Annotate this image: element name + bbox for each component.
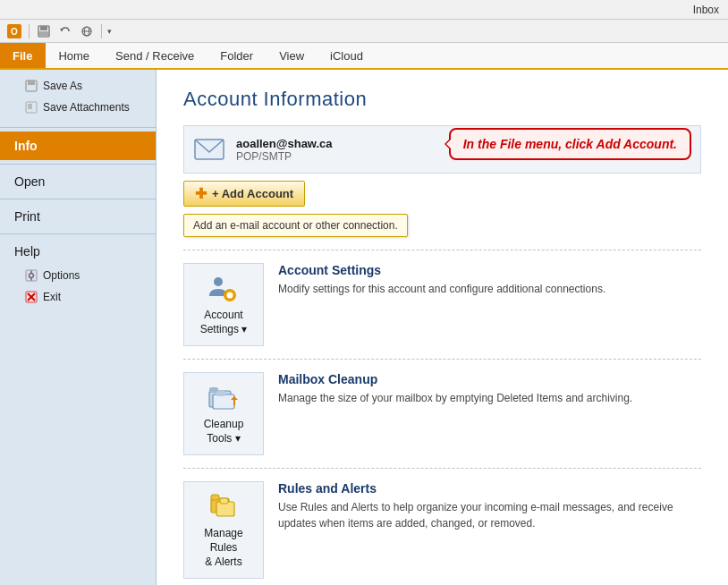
rules-alerts-label: Manage Rules & Alerts xyxy=(190,527,258,569)
sidebar-item-exit[interactable]: Exit xyxy=(0,286,156,308)
cleanup-tools-section: Cleanup Tools ▾ Mailbox Cleanup Manage t… xyxy=(183,359,701,468)
account-type: POP/SMTP xyxy=(236,150,333,163)
sidebar-divider-3 xyxy=(0,199,156,199)
ribbon: File Home Send / Receive Folder View iCl… xyxy=(0,43,728,70)
title-bar: Inbox xyxy=(0,0,728,20)
main-layout: Save As Save Attachments Info Open Print… xyxy=(0,70,728,585)
svg-rect-37 xyxy=(220,498,228,504)
web-button[interactable] xyxy=(78,22,96,40)
account-settings-text: Account Settings Modify settings for thi… xyxy=(278,263,701,297)
svg-point-21 xyxy=(214,277,223,286)
account-email: aoallen@shaw.ca xyxy=(236,137,333,150)
svg-text:O: O xyxy=(11,27,18,37)
account-settings-button[interactable]: Account Settings ▾ xyxy=(183,263,264,346)
svg-rect-3 xyxy=(40,26,47,30)
quick-access-toolbar: O ▾ xyxy=(0,20,728,43)
toolbar-separator-2 xyxy=(101,24,102,38)
plus-icon: ✚ xyxy=(195,185,207,202)
sidebar-save-as[interactable]: Save As xyxy=(0,75,156,97)
save-attachments-icon xyxy=(25,101,38,114)
rules-icon xyxy=(207,491,240,523)
tab-icloud[interactable]: iCloud xyxy=(317,43,377,68)
svg-rect-26 xyxy=(224,294,226,296)
account-icon xyxy=(193,133,225,165)
page-title: Account Information xyxy=(183,88,701,111)
office-button[interactable]: O xyxy=(5,22,23,40)
add-account-button[interactable]: ✚ + Add Account xyxy=(183,181,305,207)
svg-rect-35 xyxy=(211,495,219,500)
callout-bubble: In the File menu, click Add Account. xyxy=(449,128,691,160)
sidebar-top-section: Save As Save Attachments xyxy=(0,70,156,123)
cleanup-icon xyxy=(207,382,240,414)
window-title: Inbox xyxy=(693,4,719,16)
tab-home[interactable]: Home xyxy=(46,43,103,68)
sidebar-item-open[interactable]: Open xyxy=(0,168,156,195)
tab-view[interactable]: View xyxy=(267,43,317,68)
account-settings-title: Account Settings xyxy=(278,263,701,277)
svg-rect-27 xyxy=(233,294,236,296)
rules-alerts-button[interactable]: Manage Rules & Alerts xyxy=(183,481,264,579)
content-area: Account Information aoallen@shaw.ca POP/… xyxy=(157,70,728,585)
svg-rect-31 xyxy=(216,391,225,396)
sidebar-item-help[interactable]: Help xyxy=(0,238,156,265)
cleanup-tools-text: Mailbox Cleanup Manage the size of your … xyxy=(278,372,701,406)
save-button-qa[interactable] xyxy=(35,22,53,40)
account-settings-icon xyxy=(207,273,240,305)
toolbar-separator xyxy=(29,24,30,38)
rules-alerts-desc: Use Rules and Alerts to help organize yo… xyxy=(278,499,701,531)
svg-rect-33 xyxy=(233,400,235,405)
qa-dropdown-arrow[interactable]: ▾ xyxy=(107,27,112,36)
tab-file[interactable]: File xyxy=(0,43,46,68)
tooltip: Add an e-mail account or other connectio… xyxy=(183,214,408,237)
save-as-icon xyxy=(25,80,38,92)
cleanup-tools-button[interactable]: Cleanup Tools ▾ xyxy=(183,372,264,455)
svg-rect-24 xyxy=(229,289,231,292)
tab-send-receive[interactable]: Send / Receive xyxy=(103,43,207,68)
account-settings-label: Account Settings ▾ xyxy=(200,309,248,336)
exit-icon xyxy=(25,291,38,303)
account-row: aoallen@shaw.ca POP/SMTP In the File men… xyxy=(183,125,701,174)
sidebar-item-print[interactable]: Print xyxy=(0,203,156,230)
sidebar-divider-1 xyxy=(0,127,156,128)
sidebar: Save As Save Attachments Info Open Print… xyxy=(0,70,157,585)
svg-rect-10 xyxy=(28,81,35,85)
svg-rect-30 xyxy=(213,394,234,409)
undo-button[interactable] xyxy=(56,22,74,40)
sidebar-save-attachments[interactable]: Save Attachments xyxy=(0,97,156,118)
cleanup-tools-label: Cleanup Tools ▾ xyxy=(204,418,244,445)
svg-rect-12 xyxy=(28,104,32,109)
cleanup-tools-desc: Manage the size of your mailbox by empty… xyxy=(278,390,701,406)
account-settings-desc: Modify settings for this account and con… xyxy=(278,281,701,297)
cleanup-tools-title: Mailbox Cleanup xyxy=(278,372,701,386)
sidebar-divider-4 xyxy=(0,233,156,234)
svg-rect-4 xyxy=(39,31,48,36)
sidebar-item-options[interactable]: Options xyxy=(0,265,156,286)
sidebar-item-info[interactable]: Info xyxy=(0,131,156,160)
svg-point-23 xyxy=(227,292,233,299)
rules-alerts-title: Rules and Alerts xyxy=(278,481,701,496)
options-icon xyxy=(25,269,38,282)
account-details: aoallen@shaw.ca POP/SMTP xyxy=(236,137,333,163)
rules-alerts-section: Manage Rules & Alerts Rules and Alerts U… xyxy=(183,468,701,585)
rules-alerts-text: Rules and Alerts Use Rules and Alerts to… xyxy=(278,481,701,531)
svg-marker-5 xyxy=(60,29,63,31)
svg-rect-25 xyxy=(229,299,231,301)
tab-folder[interactable]: Folder xyxy=(207,43,267,68)
account-settings-section: Account Settings ▾ Account Settings Modi… xyxy=(183,250,701,359)
sidebar-divider-2 xyxy=(0,164,156,165)
